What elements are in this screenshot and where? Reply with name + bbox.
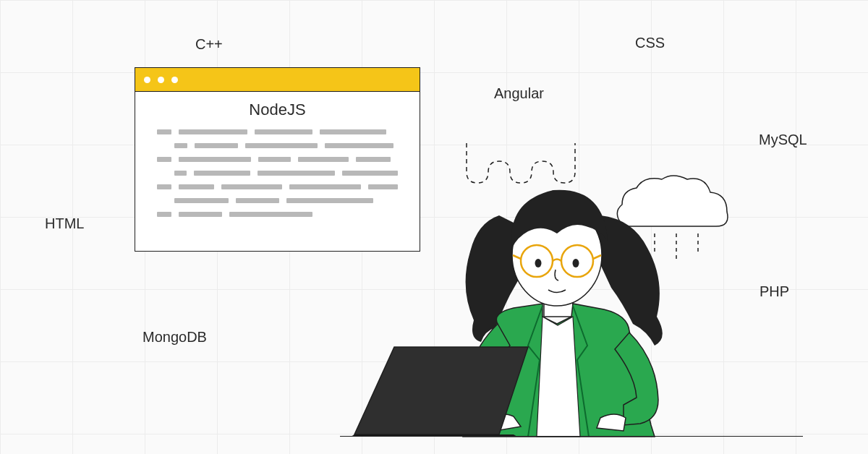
coil-icon [467,143,575,183]
label-cpp: C++ [195,36,223,53]
svg-point-8 [535,259,542,267]
label-mongodb: MongoDB [142,329,207,346]
svg-point-9 [573,259,579,267]
label-css: CSS [635,35,665,51]
label-php: PHP [760,283,789,300]
window-titlebar [135,68,420,92]
developer-illustration [311,107,760,454]
illustration-scene [311,107,760,454]
window-dot-icon [171,77,178,83]
label-html: HTML [45,215,84,232]
laptop-icon [351,347,528,437]
ground-line [340,436,803,437]
window-dot-icon [144,77,150,83]
label-angular: Angular [494,85,544,102]
label-mysql: MySQL [759,132,807,148]
window-dot-icon [158,77,164,83]
